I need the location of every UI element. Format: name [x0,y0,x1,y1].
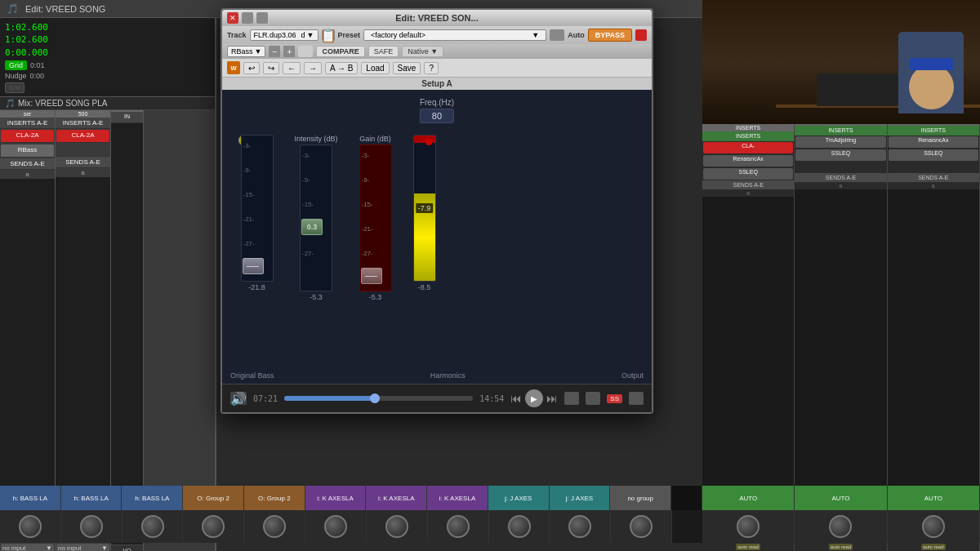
harmonics-label: Harmonics [430,371,466,380]
back-icon[interactable]: ← [283,62,301,74]
progress-thumb[interactable] [370,393,380,403]
r-channel-knob-2[interactable] [829,515,852,538]
ob-mark-9: -9- [243,167,252,174]
rewind-icon[interactable]: ⏮ [510,392,522,405]
settings-icon[interactable] [629,392,644,405]
harmonics-fader-handle[interactable] [361,268,382,284]
freq-value[interactable]: 80 [420,109,454,123]
ab-button[interactable]: A → B [325,62,358,74]
plugin-toolbar-1: Track FLR.dup3.06 d ▼ 📋 Preset <factory … [222,26,652,44]
r3-auto-btn[interactable]: auto read [921,544,945,550]
load-button[interactable]: Load [361,62,389,74]
undo-icon[interactable]: ↩ [243,62,260,74]
minus-button[interactable]: − [269,46,280,57]
track-d-label: d [301,31,305,39]
monitor-icon[interactable] [564,392,579,405]
redo-icon[interactable]: ↪ [263,62,279,74]
r2-auto-btn[interactable]: auto read [829,544,853,550]
rbass-label: RBass [231,47,253,56]
r2-inserts: INSERTS [795,126,886,136]
output-meter-group: -7.9 -8.5 [406,135,443,291]
transport-controls: ⏮ ▶ ⏭ [510,389,558,407]
original-bass-fader-handle[interactable] [243,258,264,274]
int-mark-3: -3- [302,152,310,159]
channel-knob-4[interactable] [202,515,225,538]
channel-knob-10[interactable] [568,515,591,538]
mode-s[interactable]: S [9,84,13,91]
mode-m[interactable]: M [15,84,20,91]
channel-knob-7[interactable] [385,515,408,538]
r-channel-knob-1[interactable] [737,515,760,538]
intensity-fader-track[interactable]: -3- -9- -15- -21- -27- 0.3 [300,144,332,291]
ch1-inserts: INSERTS A-E [0,118,55,129]
bottom-ch-5: O: Group 2 [244,486,305,510]
ch2-plugin-cla2a[interactable]: CLA-2A [56,130,109,143]
r1-plugin-renaisnc[interactable]: RenaisncAx [703,155,793,167]
original-bass-fader-track[interactable]: -3- -9- -15- -21- -27- [241,135,274,282]
knob-cell-10 [550,510,611,543]
r1-plugin-cla[interactable]: CLA- [703,142,793,153]
rbass-dropdown[interactable]: RBass ▼ [227,46,265,57]
safe-button[interactable]: SAFE [368,46,399,57]
int-bottom-value: -5.3 [310,293,323,301]
minimize-button[interactable] [242,12,253,24]
ch1-plugin-cla2a[interactable]: CLA-2A [1,130,54,143]
ch1-io-noinput[interactable]: no input▼ [1,544,54,551]
output-value: -8.5 [418,283,431,291]
close-button[interactable]: ✕ [227,12,238,24]
ch2-io-noinput[interactable]: no input▼ [56,544,109,551]
ch2-sends: SENDS A-E [56,157,110,168]
knob-cell-11 [611,510,672,543]
bypass-close-icon[interactable] [635,29,647,41]
preset-icon[interactable] [550,29,564,41]
preset-dropdown[interactable]: <factory default> ▼ [363,29,546,41]
preset-copy-icon[interactable]: 📋 [322,29,335,41]
r3-plugin-renaisnc[interactable]: RenaisncAx [889,136,978,148]
progress-bar[interactable] [284,396,473,401]
channel-knob-2[interactable] [80,515,103,538]
r1-indicator: INSERTS [702,124,794,131]
forward-icon[interactable]: → [304,62,322,74]
r2-plugin-ssleq[interactable]: SSLEQ [795,149,885,161]
maximize-button[interactable] [256,12,268,24]
bypass-button[interactable]: BYPASS [588,29,632,42]
midi-icon[interactable] [298,46,313,57]
grid-value: 0:01 [30,61,45,69]
ch1-plugin-rbass[interactable]: RBass [1,144,54,158]
original-bass-group: -3- -9- -15- -21- -27- -21.8 [234,135,279,291]
play-button[interactable]: ▶ [525,389,543,407]
loop-icon[interactable] [586,392,600,405]
harmonics-label-top: Gain (dB) [359,135,391,143]
r2-sends: SENDS A-E [795,173,886,182]
channel-knob-8[interactable] [447,515,470,538]
channel-knob-11[interactable] [630,515,653,538]
grid-button[interactable]: Grid [5,60,27,70]
r3-plugin-ssleq[interactable]: SSLEQ [889,149,978,161]
r-channel-knob-3[interactable] [922,515,945,538]
webcam-area [702,0,980,124]
intensity-fader-handle[interactable]: 0.3 [301,219,323,235]
speaker-icon[interactable]: 🔊 [230,392,247,405]
plus-button[interactable]: + [283,46,295,57]
bottom-ch-1: h: BASS LA [0,486,61,510]
help-button[interactable]: ? [424,62,439,74]
preset-label: Preset [338,31,361,39]
fast-forward-icon[interactable]: ⏭ [546,392,558,405]
channel-knob-6[interactable] [324,515,347,538]
r1-auto-btn[interactable]: auto read [736,544,760,550]
channel-knob-9[interactable] [508,515,531,538]
compare-button[interactable]: COMPARE [316,46,364,57]
r3-sends: SENDS A-E [888,173,979,182]
ob-mark-21: -21- [243,216,255,223]
channel-knob-5[interactable] [263,515,286,538]
track-dropdown[interactable]: FLR.dup3.06 d ▼ [250,29,318,41]
int-mark-15: -15- [302,201,314,208]
r1-plugin-ssleq[interactable]: SSLEQ [703,168,793,180]
ch1-letter: a [0,170,55,179]
channel-knob-3[interactable] [141,515,164,538]
native-button[interactable]: Native ▼ [402,46,443,57]
channel-knob-1[interactable] [19,515,42,538]
harmonics-fader-track[interactable]: -3- -9- -15- -21- -27- [359,144,392,291]
save-button[interactable]: Save [393,62,421,74]
r2-plugin-tmadjstring[interactable]: TmAdjstring [795,136,885,148]
